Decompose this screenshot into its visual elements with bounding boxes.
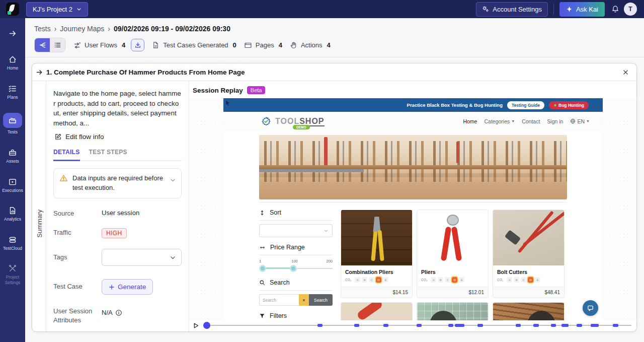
generate-test-case-button[interactable]: Generate	[102, 279, 153, 295]
sidebar-item-project-settings[interactable]: Project Settings	[0, 264, 25, 285]
timeline-event-marker[interactable]	[455, 324, 465, 327]
price-range-slider[interactable]	[259, 264, 333, 272]
testing-guide-button[interactable]: Testing Guide	[507, 101, 544, 109]
shop-nav-home[interactable]: Home	[463, 118, 477, 124]
timeline-event-marker[interactable]	[551, 324, 556, 327]
sparkle-icon	[566, 6, 573, 13]
list-view-button[interactable]	[50, 38, 65, 52]
tab-test-steps[interactable]: TEST STEPS	[89, 149, 127, 160]
funnel-icon	[259, 313, 265, 319]
timeline-event-marker[interactable]	[417, 324, 422, 327]
pages-stat[interactable]: Pages 4	[244, 41, 282, 49]
actions-stat[interactable]: Actions 4	[290, 41, 331, 49]
timeline-event-marker[interactable]	[354, 324, 359, 327]
timeline-track[interactable]	[203, 322, 631, 329]
product-name: Combination Pliers	[341, 265, 412, 277]
flow-description: Navigate to the home page, select hammer…	[53, 89, 182, 128]
sidebar-expand-button[interactable]	[9, 29, 17, 38]
test-cases-stat[interactable]: Test Cases Generated 0	[152, 41, 236, 49]
bell-icon	[611, 5, 619, 13]
play-icon	[193, 322, 199, 329]
account-settings-label: Account Settings	[493, 6, 542, 13]
edit-flow-info-link[interactable]: Edit flow info	[54, 133, 182, 141]
timeline-event-marker[interactable]	[613, 324, 619, 327]
sort-select[interactable]	[259, 224, 333, 237]
cursor-icon	[225, 100, 231, 106]
timeline-event-marker[interactable]	[533, 324, 539, 327]
tags-select[interactable]	[102, 249, 182, 266]
play-button[interactable]	[193, 322, 199, 329]
shop-search-input[interactable]	[259, 294, 299, 306]
user-avatar[interactable]: T	[624, 3, 637, 16]
data-inputs-warning[interactable]: Data inputs are required before test exe…	[53, 168, 182, 198]
user-session-attributes-field: User Session Attributes N/A	[53, 306, 182, 324]
timeline-event-marker[interactable]	[577, 324, 582, 327]
collapse-panel-button[interactable]	[32, 69, 46, 76]
user-flows-stat[interactable]: User Flows 4	[73, 41, 125, 49]
timeline-event-marker[interactable]	[317, 324, 323, 327]
price-slider-min-handle[interactable]	[259, 265, 266, 272]
timeline-scrub-handle[interactable]	[203, 322, 210, 329]
session-replay-title: Session Replay	[193, 87, 243, 94]
toolshop-logo[interactable]: TOOLSHOP DEMO	[260, 115, 325, 128]
chevron-down-icon	[170, 177, 176, 183]
shop-nav-categories[interactable]: Categories▼	[484, 118, 515, 124]
info-icon[interactable]	[115, 309, 122, 316]
timeline-event-marker[interactable]	[448, 324, 453, 327]
sidebar-item-tests[interactable]: Tests	[0, 113, 25, 135]
flow-view-button[interactable]	[35, 38, 50, 52]
search-clear-button[interactable]: x	[299, 294, 309, 306]
app-logo[interactable]	[0, 0, 25, 18]
product-card-partial[interactable]	[341, 302, 413, 320]
price-slider-max-handle[interactable]	[290, 265, 297, 272]
notifications-button[interactable]	[611, 5, 619, 13]
sidebar-item-executions[interactable]: Executions	[0, 177, 25, 193]
sidebar-item-testcloud[interactable]: TestCloud	[0, 235, 25, 251]
breadcrumb-tests[interactable]: Tests	[34, 25, 51, 33]
timeline-event-marker[interactable]	[383, 324, 388, 327]
app-logo-icon	[6, 3, 19, 16]
download-icon	[134, 42, 141, 49]
tab-details[interactable]: DETAILS	[53, 149, 80, 161]
topbar-divider	[553, 4, 554, 15]
download-flows-button[interactable]	[131, 39, 144, 51]
breadcrumb-separator: ›	[54, 25, 57, 33]
timeline-event-marker[interactable]	[591, 324, 599, 327]
search-icon	[259, 280, 265, 286]
sort-heading: Sort	[259, 209, 333, 216]
timeline-event-marker[interactable]	[561, 324, 569, 327]
product-image	[493, 303, 564, 320]
sidebar-item-analytics[interactable]: Analytics	[0, 206, 25, 222]
toolbar-divider	[25, 57, 644, 57]
shop-nav-contact[interactable]: Contact	[522, 118, 540, 124]
timeline-event-marker[interactable]	[477, 324, 483, 327]
product-card-bolt-cutters[interactable]: Bolt Cutters CO₂ABCDE $48.41	[493, 210, 565, 298]
sidebar-item-assets[interactable]: Assets	[0, 148, 25, 164]
product-card-combination-pliers[interactable]: Combination Pliers CO₂ABCDE $14.15	[341, 210, 413, 298]
account-settings-button[interactable]: Account Settings	[476, 2, 548, 17]
co2-badge-d: D	[528, 277, 533, 283]
co2-rating: CO₂ABCDE	[493, 277, 564, 287]
close-panel-button[interactable]	[615, 69, 636, 76]
bug-hunting-button[interactable]: Bug Hunting	[549, 101, 589, 109]
breadcrumb-journey-maps[interactable]: Journey Maps	[60, 25, 104, 33]
warning-expand-button[interactable]	[170, 177, 176, 183]
shop-search-button[interactable]: Search	[309, 294, 333, 306]
shop-nav-language[interactable]: EN▼	[570, 118, 590, 124]
product-card-partial[interactable]	[417, 302, 489, 320]
chat-widget-button[interactable]	[583, 300, 598, 316]
sidebar-item-plans[interactable]: Plans	[0, 84, 25, 100]
ask-kai-button[interactable]: Ask Kai	[559, 2, 605, 17]
co2-badge-d: D	[376, 277, 381, 283]
product-grid: Combination Pliers CO₂ABCDE $14.15 Plier…	[341, 202, 603, 320]
project-switcher[interactable]: KJ's Project 2	[26, 2, 88, 17]
shop-nav-signin[interactable]: Sign in	[547, 118, 563, 124]
sidebar-item-home[interactable]: Home	[0, 55, 25, 71]
product-card-pliers[interactable]: Pliers CO₂ABCDE $12.01	[417, 210, 489, 298]
product-card-partial[interactable]	[493, 302, 565, 320]
toolbar: User Flows 4 Test Cases Generated 0 Page…	[25, 35, 644, 57]
browser-window-icon	[244, 41, 252, 49]
flow-summary-column: Navigate to the home page, select hammer…	[46, 81, 189, 331]
source-field: Source User session	[53, 208, 182, 218]
timeline-event-marker[interactable]	[516, 324, 521, 327]
